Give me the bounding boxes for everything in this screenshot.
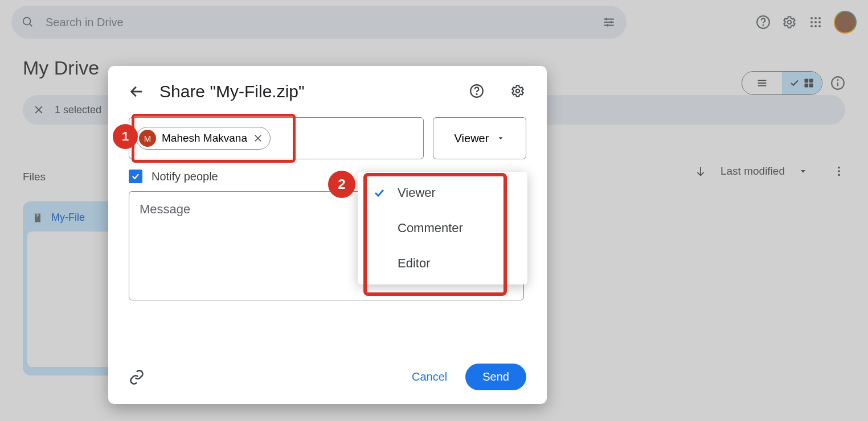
role-selected-label: Viewer bbox=[455, 132, 489, 145]
annotation-badge-1: 1 bbox=[113, 124, 138, 149]
check-icon bbox=[372, 186, 386, 200]
svg-marker-47 bbox=[499, 137, 503, 139]
modal-help-icon[interactable] bbox=[469, 84, 485, 100]
copy-link-icon[interactable] bbox=[129, 369, 145, 385]
role-option-viewer[interactable]: Viewer bbox=[358, 175, 527, 210]
svg-point-44 bbox=[516, 89, 520, 93]
chip-avatar: M bbox=[139, 130, 156, 147]
chip-name: Mahesh Makvana bbox=[162, 132, 247, 145]
cancel-button[interactable]: Cancel bbox=[402, 364, 457, 390]
send-button[interactable]: Send bbox=[465, 364, 526, 390]
annotation-badge-2: 2 bbox=[328, 171, 355, 198]
people-input[interactable]: M Mahesh Makvana bbox=[129, 117, 424, 159]
remove-chip-icon[interactable] bbox=[253, 133, 263, 143]
notify-checkbox[interactable] bbox=[129, 170, 142, 183]
role-select[interactable]: Viewer bbox=[433, 117, 526, 159]
role-option-editor[interactable]: Editor bbox=[358, 246, 527, 281]
modal-title: Share "My-File.zip" bbox=[159, 82, 305, 101]
notify-label: Notify people bbox=[152, 170, 218, 183]
modal-settings-icon[interactable] bbox=[510, 84, 526, 100]
back-icon[interactable] bbox=[129, 84, 145, 100]
svg-point-43 bbox=[476, 94, 477, 94]
person-chip[interactable]: M Mahesh Makvana bbox=[136, 127, 271, 150]
role-option-commenter[interactable]: Commenter bbox=[358, 210, 527, 246]
role-menu: Viewer Commenter Editor bbox=[358, 172, 527, 284]
dropdown-icon bbox=[497, 134, 505, 142]
